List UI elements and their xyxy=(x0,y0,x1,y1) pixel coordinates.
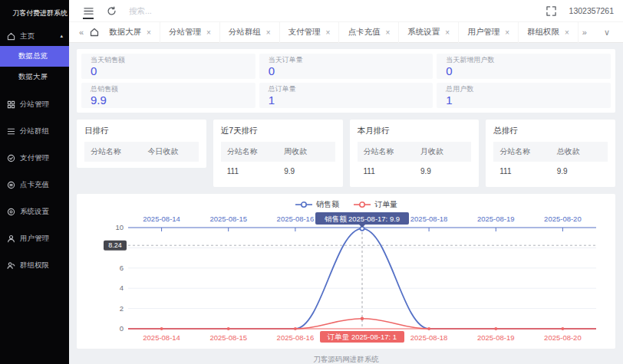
main-area: 1302357261 « 数据大屏× 分站管理× 分站群组× 支付管理× 点卡充… xyxy=(69,0,623,364)
cell-amount: 9.9 xyxy=(551,162,608,181)
app-window: 刀客付费进群系统 主页 ▴ 数据总览 数据大屏 分站管理 分站群组 xyxy=(0,0,623,364)
svg-text:0: 0 xyxy=(120,324,124,333)
tabs-scroll-left-icon[interactable]: « xyxy=(75,28,87,37)
tab-data-screen[interactable]: 数据大屏× xyxy=(101,22,160,43)
tab-label: 点卡充值 xyxy=(348,27,380,38)
col-header-site-name: 分站名称 xyxy=(493,142,550,162)
legend-marker-red-icon xyxy=(353,201,371,208)
sidebar-item-data-screen[interactable]: 数据大屏 xyxy=(0,67,69,87)
sidebar-item-label: 点卡充值 xyxy=(20,180,49,190)
svg-text:2025-08-18: 2025-08-18 xyxy=(410,215,448,223)
tab-site-mgmt[interactable]: 分站管理× xyxy=(160,22,220,43)
legend-item-sales[interactable]: 销售额 xyxy=(295,199,339,210)
stat-value: 0 xyxy=(446,64,602,78)
line-chart[interactable]: 2025-08-14 2025-08-15 2025-08-16 2025-08… xyxy=(85,211,607,347)
menu-collapse-icon[interactable] xyxy=(78,0,98,21)
svg-text:2025-08-19: 2025-08-19 xyxy=(477,333,515,342)
svg-text:6: 6 xyxy=(120,264,124,272)
svg-text:2025-08-14: 2025-08-14 xyxy=(143,215,180,223)
chevron-up-icon: ▴ xyxy=(60,33,63,39)
tab-group-perms[interactable]: 群组权限× xyxy=(519,22,578,43)
legend-marker-blue-icon xyxy=(295,201,313,208)
col-header-site-name: 分站名称 xyxy=(358,142,414,162)
svg-text:10: 10 xyxy=(115,223,124,231)
legend-item-orders[interactable]: 订单量 xyxy=(353,199,397,210)
stat-label: 总订单量 xyxy=(269,85,424,93)
col-header-amount: 总收款 xyxy=(551,142,608,162)
close-icon[interactable]: × xyxy=(505,28,509,37)
sidebar-item-payment-mgmt[interactable]: 支付管理 xyxy=(0,148,69,168)
sidebar-item-home[interactable]: 主页 ▴ xyxy=(0,26,69,46)
close-icon[interactable]: × xyxy=(385,28,390,37)
tab-user-mgmt[interactable]: 用户管理× xyxy=(459,22,519,43)
sidebar-item-group-perms[interactable]: 群组权限 xyxy=(0,255,69,275)
stats-panel: 当天销售额 0 当天订单量 0 当天新增用户数 0 总销售额 9.9 总订单量 xyxy=(77,49,615,113)
sidebar-item-label: 用户管理 xyxy=(20,234,49,244)
legend-label: 销售额 xyxy=(316,199,339,210)
table-row: 111 9.9 xyxy=(493,162,608,181)
close-icon[interactable]: × xyxy=(266,28,271,37)
table-row: 111 9.9 xyxy=(221,162,335,181)
sidebar-item-card-recharge[interactable]: 点卡充值 xyxy=(0,175,69,195)
sidebar-item-label: 数据总览 xyxy=(18,51,48,61)
axis-pointer-badge: 8.24 xyxy=(104,241,127,251)
ranking-card-7days: 近7天排行 分站名称 周收款 111 9.9 xyxy=(213,120,343,187)
svg-text:2025-08-15: 2025-08-15 xyxy=(209,215,247,223)
sidebar-item-label: 群组权限 xyxy=(20,261,49,271)
close-icon[interactable]: × xyxy=(326,28,331,37)
tabs-menu-chevron-icon[interactable]: ∨ xyxy=(600,28,614,38)
fullscreen-icon[interactable] xyxy=(542,0,562,21)
svg-text:2025-08-19: 2025-08-19 xyxy=(477,215,515,223)
svg-text:2025-08-16: 2025-08-16 xyxy=(277,215,315,223)
ranking-card-month: 本月排行 分站名称 月收款 111 9.9 xyxy=(350,120,480,187)
tab-card-recharge[interactable]: 点卡充值× xyxy=(339,22,399,43)
home-icon xyxy=(7,32,15,41)
sidebar-item-label: 分站群组 xyxy=(20,126,49,136)
refresh-icon[interactable] xyxy=(101,0,121,21)
page-footer: 刀客源码网进群系统 www.dkewl.com xyxy=(77,349,615,364)
svg-text:2025-08-14: 2025-08-14 xyxy=(143,333,180,342)
stat-label: 当天新增用户数 xyxy=(446,56,602,64)
tabs-scroll-right-icon[interactable]: » xyxy=(578,28,591,37)
sidebar-item-system-settings[interactable]: 系统设置 xyxy=(0,202,69,221)
rankings-row: 日排行 分站名称 今日收款 近7天排行 分站名称 周收款 111 9.9 xyxy=(77,120,615,187)
col-header-site-name: 分站名称 xyxy=(84,142,141,162)
sidebar-item-label: 数据大屏 xyxy=(18,72,48,82)
close-icon[interactable]: × xyxy=(565,28,569,37)
tab-payment[interactable]: 支付管理× xyxy=(280,22,340,43)
tab-label: 支付管理 xyxy=(288,27,321,38)
col-header-amount: 今日收款 xyxy=(141,142,198,162)
tab-label: 分站管理 xyxy=(169,27,201,38)
close-icon[interactable]: × xyxy=(147,28,151,37)
user-id[interactable]: 1302357261 xyxy=(569,6,614,15)
sidebar-item-user-mgmt[interactable]: 用户管理 xyxy=(0,228,69,248)
topbar: 1302357261 xyxy=(69,0,623,21)
close-icon[interactable]: × xyxy=(445,28,450,37)
tooltip-orders: 订单量 2025-08-17: 1 xyxy=(320,331,404,343)
sidebar-item-data-overview[interactable]: 数据总览 xyxy=(0,46,69,67)
svg-text:2025-08-16: 2025-08-16 xyxy=(277,333,315,342)
ranking-header: 分站名称 今日收款 xyxy=(84,142,199,162)
svg-text:2025-08-20: 2025-08-20 xyxy=(544,333,582,342)
tabbar: « 数据大屏× 分站管理× 分站群组× 支付管理× 点卡充值× 系统设置× xyxy=(69,21,623,43)
tab-site-group[interactable]: 分站群组× xyxy=(220,22,280,43)
sidebar-item-site-group[interactable]: 分站群组 xyxy=(0,121,69,141)
stat-value: 0 xyxy=(269,64,424,78)
tab-label: 分站群组 xyxy=(229,27,261,38)
stat-card-today-orders: 当天订单量 0 xyxy=(259,54,433,79)
svg-text:4: 4 xyxy=(120,284,124,292)
tab-home[interactable] xyxy=(87,22,101,43)
stat-label: 当天订单量 xyxy=(269,56,424,64)
y-axis-labels: 10 6 4 2 0 xyxy=(115,223,124,333)
app-title: 刀客付费进群系统 xyxy=(0,0,69,26)
stat-value: 9.9 xyxy=(91,93,246,107)
search-input[interactable] xyxy=(129,6,229,15)
svg-text:销售额 2025-08-17: 9.9: 销售额 2025-08-17: 9.9 xyxy=(325,215,400,223)
sidebar-item-site-mgmt[interactable]: 分站管理 xyxy=(0,94,69,114)
tab-system-settings[interactable]: 系统设置× xyxy=(399,22,459,43)
table-row: 111 9.9 xyxy=(358,162,472,181)
close-icon[interactable]: × xyxy=(206,28,211,37)
svg-text:2025-08-20: 2025-08-20 xyxy=(544,215,582,223)
tab-label: 用户管理 xyxy=(467,27,499,38)
ranking-title: 本月排行 xyxy=(358,126,472,136)
